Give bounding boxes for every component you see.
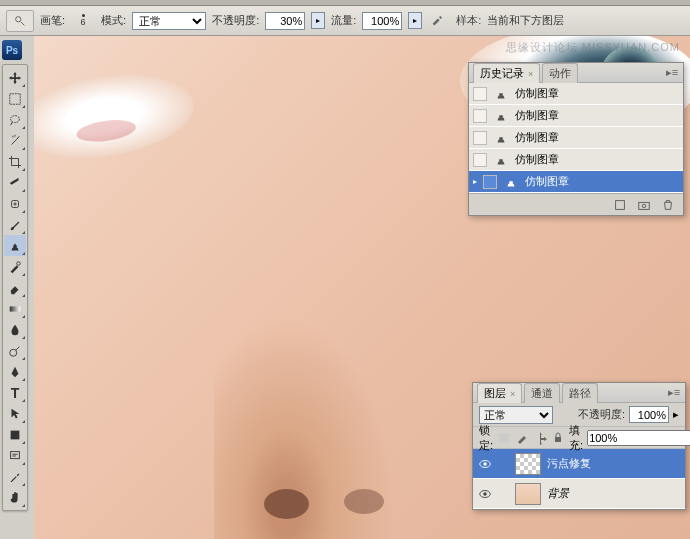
path-select-tool[interactable] xyxy=(4,403,26,424)
gradient-tool[interactable] xyxy=(4,298,26,319)
stamp-icon xyxy=(493,86,509,102)
history-panel: 历史记录× 动作 ▸≡ 仿制图章 仿制图章 仿制图章 仿制图章 ▸仿制图章 xyxy=(468,62,684,216)
tab-history[interactable]: 历史记录× xyxy=(473,63,540,83)
svg-point-4 xyxy=(17,261,21,265)
move-tool[interactable] xyxy=(4,67,26,88)
clone-stamp-tool[interactable] xyxy=(4,235,26,256)
healing-tool[interactable] xyxy=(4,193,26,214)
svg-point-2 xyxy=(11,115,20,122)
opacity-input[interactable] xyxy=(265,12,305,30)
stamp-icon xyxy=(493,108,509,124)
stamp-icon xyxy=(493,152,509,168)
history-item[interactable]: 仿制图章 xyxy=(469,149,683,171)
wand-tool[interactable] xyxy=(4,130,26,151)
visibility-icon[interactable] xyxy=(477,486,493,502)
sample-value: 当前和下方图层 xyxy=(487,13,564,28)
svg-point-11 xyxy=(642,204,646,208)
tab-actions[interactable]: 动作 xyxy=(542,63,578,83)
blend-mode-select[interactable]: 正常 xyxy=(132,12,206,30)
layer-item[interactable]: 背景 xyxy=(473,479,685,509)
layer-opacity-label: 不透明度: xyxy=(578,407,625,422)
layers-panel: 图层× 通道 路径 ▸≡ 正常 不透明度: ▸ 锁定: 填充: ▸ 污点修复 背… xyxy=(472,382,686,510)
history-item[interactable]: ▸仿制图章 xyxy=(469,171,683,193)
eraser-tool[interactable] xyxy=(4,277,26,298)
panel-menu-icon[interactable]: ▸≡ xyxy=(667,386,681,400)
svg-rect-12 xyxy=(499,433,509,443)
fill-input[interactable] xyxy=(587,430,690,446)
lock-label: 锁定: xyxy=(479,423,493,453)
lasso-tool[interactable] xyxy=(4,109,26,130)
pen-tool[interactable] xyxy=(4,361,26,382)
tab-layers[interactable]: 图层× xyxy=(477,383,522,403)
blur-tool[interactable] xyxy=(4,319,26,340)
layer-name: 污点修复 xyxy=(547,456,591,471)
tab-channels[interactable]: 通道 xyxy=(524,383,560,403)
lock-pixels-icon[interactable] xyxy=(515,431,529,445)
opacity-label: 不透明度: xyxy=(212,13,259,28)
layer-item[interactable]: 污点修复 xyxy=(473,449,685,479)
layer-opacity-arrow[interactable]: ▸ xyxy=(673,408,679,421)
layer-blend-select[interactable]: 正常 xyxy=(479,406,553,424)
lock-position-icon[interactable] xyxy=(533,431,547,445)
sample-label: 样本: xyxy=(456,13,481,28)
fill-label: 填充: xyxy=(569,423,583,453)
flow-label: 流量: xyxy=(331,13,356,28)
svg-rect-1 xyxy=(10,93,21,104)
svg-point-17 xyxy=(483,492,487,496)
dodge-tool[interactable] xyxy=(4,340,26,361)
history-item[interactable]: 仿制图章 xyxy=(469,127,683,149)
flow-arrow[interactable]: ▸ xyxy=(408,12,422,29)
visibility-icon[interactable] xyxy=(477,456,493,472)
brush-tool[interactable] xyxy=(4,214,26,235)
eyedropper-tool[interactable] xyxy=(4,466,26,487)
layer-thumbnail xyxy=(515,483,541,505)
brush-preview[interactable]: 6 xyxy=(71,9,95,33)
ps-logo-icon: Ps xyxy=(2,40,22,60)
svg-point-0 xyxy=(16,16,21,21)
marquee-tool[interactable] xyxy=(4,88,26,109)
svg-rect-5 xyxy=(10,306,21,311)
tab-paths[interactable]: 路径 xyxy=(562,383,598,403)
panel-menu-icon[interactable]: ▸≡ xyxy=(665,66,679,80)
crop-tool[interactable] xyxy=(4,151,26,172)
shape-tool[interactable] xyxy=(4,424,26,445)
history-item[interactable]: 仿制图章 xyxy=(469,105,683,127)
lock-transparent-icon[interactable] xyxy=(497,431,511,445)
lock-all-icon[interactable] xyxy=(551,431,565,445)
opacity-arrow[interactable]: ▸ xyxy=(311,12,325,29)
airbrush-icon[interactable] xyxy=(428,12,446,30)
mode-label: 模式: xyxy=(101,13,126,28)
watermark: 思缘设计论坛 MISSYUAN.COM xyxy=(506,40,680,55)
history-brush-tool[interactable] xyxy=(4,256,26,277)
tool-preset-picker[interactable] xyxy=(6,10,34,32)
svg-point-15 xyxy=(483,462,487,466)
slice-tool[interactable] xyxy=(4,172,26,193)
type-tool[interactable]: T xyxy=(4,382,26,403)
history-item[interactable]: 仿制图章 xyxy=(469,83,683,105)
hand-tool[interactable] xyxy=(4,487,26,508)
layer-name: 背景 xyxy=(547,486,569,501)
svg-rect-7 xyxy=(11,430,20,439)
svg-rect-13 xyxy=(555,437,561,442)
layer-thumbnail xyxy=(515,453,541,475)
svg-rect-8 xyxy=(11,451,20,458)
trash-icon[interactable] xyxy=(659,197,677,213)
options-bar: 画笔: 6 模式: 正常 不透明度: ▸ 流量: ▸ 样本: 当前和下方图层 xyxy=(0,6,690,36)
svg-rect-9 xyxy=(616,200,625,209)
new-doc-from-state-icon[interactable] xyxy=(611,197,629,213)
flow-input[interactable] xyxy=(362,12,402,30)
svg-point-6 xyxy=(10,349,17,356)
layer-opacity-input[interactable] xyxy=(629,406,669,423)
brush-label: 画笔: xyxy=(40,13,65,28)
snapshot-icon[interactable] xyxy=(635,197,653,213)
svg-rect-10 xyxy=(639,202,650,209)
stamp-icon xyxy=(503,174,519,190)
stamp-icon xyxy=(493,130,509,146)
tools-panel: T xyxy=(2,64,28,511)
notes-tool[interactable] xyxy=(4,445,26,466)
